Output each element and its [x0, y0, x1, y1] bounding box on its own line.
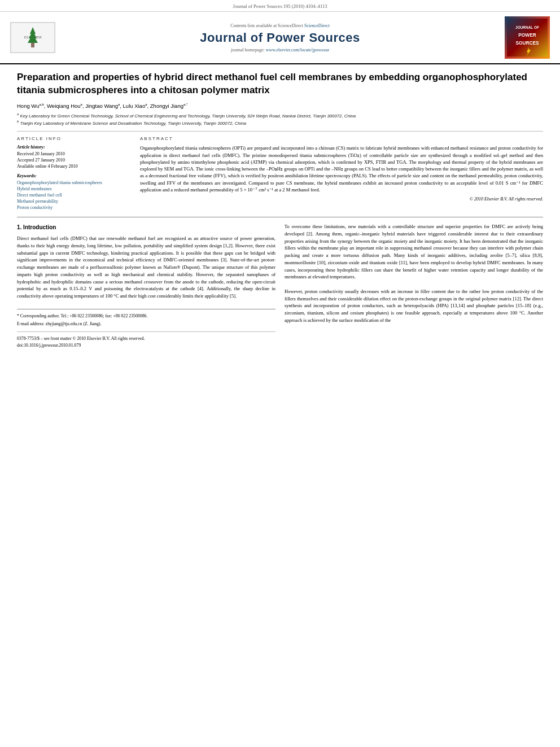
elsevier-logo-area: ELSEVIER: [10, 22, 55, 53]
contents-line: Contents lists available at ScienceDirec…: [67, 23, 493, 28]
article-title: Preparation and properties of hybrid dir…: [17, 71, 543, 97]
svg-text:POWER: POWER: [518, 32, 536, 38]
available-date: Available online 4 February 2010: [17, 164, 130, 169]
doi-line: doi:10.1016/j.jpowsour.2010.01.079: [17, 342, 275, 349]
journal-title-area: Contents lists available at ScienceDirec…: [55, 23, 505, 53]
journal-ref-text: Journal of Power Sources 195 (2010) 4104…: [233, 3, 327, 9]
footnote-email: E-mail address: zhyjiang@tju.edu.cn (Z. …: [17, 321, 275, 327]
affiliation-a: a Key Laboratory for Green Chemical Tech…: [17, 112, 543, 119]
keywords-label: Keywords:: [17, 173, 130, 178]
doi-area: 0378-7753/$ – see front matter © 2010 El…: [17, 331, 275, 348]
header-divider: [17, 131, 543, 132]
keyword-3: Direct methanol fuel cell: [17, 193, 130, 198]
main-content: Preparation and properties of hybrid dir…: [0, 64, 560, 356]
svg-text:SOURCES: SOURCES: [515, 40, 539, 46]
journal-logo-image: JOURNAL OF POWER SOURCES: [505, 16, 550, 59]
homepage-label: journal homepage:: [231, 47, 265, 53]
journal-homepage: journal homepage: www.elsevier.com/locat…: [67, 47, 493, 53]
abstract-label: ABSTRACT: [140, 136, 543, 141]
right-para-2: However, proton conductivity usually dec…: [285, 288, 543, 324]
elsevier-logo: ELSEVIER: [10, 22, 55, 53]
keyword-2: Hybrid membranes: [17, 186, 130, 191]
body-col-right: To overcome these limitations, new mater…: [285, 223, 543, 349]
body-text: 1. Introduction Direct methanol fuel cel…: [17, 223, 543, 349]
footnote-star: * Corresponding author. Tel.: +86 022 23…: [17, 313, 275, 320]
affiliations: a Key Laboratory for Green Chemical Tech…: [17, 112, 543, 125]
keyword-1: Organophosphorylated titania submicrosph…: [17, 180, 130, 185]
footnotes: * Corresponding author. Tel.: +86 022 23…: [17, 309, 275, 327]
intro-para-1: Direct methanol fuel cells (DMFC) that u…: [17, 235, 275, 300]
accepted-date: Accepted 27 January 2010: [17, 158, 130, 163]
received-date: Received 20 January 2010: [17, 151, 130, 156]
sciencedirect-link[interactable]: ScienceDirect: [304, 23, 330, 28]
journal-reference: Journal of Power Sources 195 (2010) 4104…: [0, 0, 560, 12]
article-info-abstract: ARTICLE INFO Article history: Received 2…: [17, 136, 543, 211]
email-value: zhyjiang@tju.edu.cn (Z. Jiang).: [46, 321, 102, 326]
journal-header: ELSEVIER Contents lists available at Sci…: [0, 12, 560, 64]
article-info-label: ARTICLE INFO: [17, 136, 130, 141]
email-label: E-mail address:: [17, 321, 45, 326]
keyword-4: Methanol permeability: [17, 199, 130, 204]
abstract-col: ABSTRACT Organophosphorylated titania su…: [140, 136, 543, 211]
affiliation-b: b Tianjin Key Laboratory of Membrane Sci…: [17, 120, 543, 126]
right-para-1: To overcome these limitations, new mater…: [285, 223, 543, 281]
contents-text: Contents lists available at ScienceDirec…: [230, 23, 303, 28]
history-label: Article history:: [17, 145, 130, 150]
journal-title: Journal of Power Sources: [67, 30, 493, 45]
abstract-text: Organophosphorylated titania submicrosph…: [140, 145, 543, 193]
article-info-col: ARTICLE INFO Article history: Received 2…: [17, 136, 130, 211]
svg-rect-5: [31, 43, 34, 47]
issn-line: 0378-7753/$ – see front matter © 2010 El…: [17, 335, 275, 342]
homepage-url[interactable]: www.elsevier.com/locate/jpowsour: [266, 47, 329, 53]
authors-line: Hong Wua,b, Weiqiang Houa, Jingtao Wanga…: [17, 103, 543, 109]
abstract-body-divider: [17, 217, 543, 217]
svg-text:JOURNAL OF: JOURNAL OF: [515, 25, 539, 29]
intro-heading: 1. Introduction: [17, 223, 275, 231]
body-col-left: 1. Introduction Direct methanol fuel cel…: [17, 223, 275, 349]
keyword-5: Proton conductivity: [17, 205, 130, 210]
copyright-line: © 2010 Elsevier B.V. All rights reserved…: [140, 196, 543, 202]
